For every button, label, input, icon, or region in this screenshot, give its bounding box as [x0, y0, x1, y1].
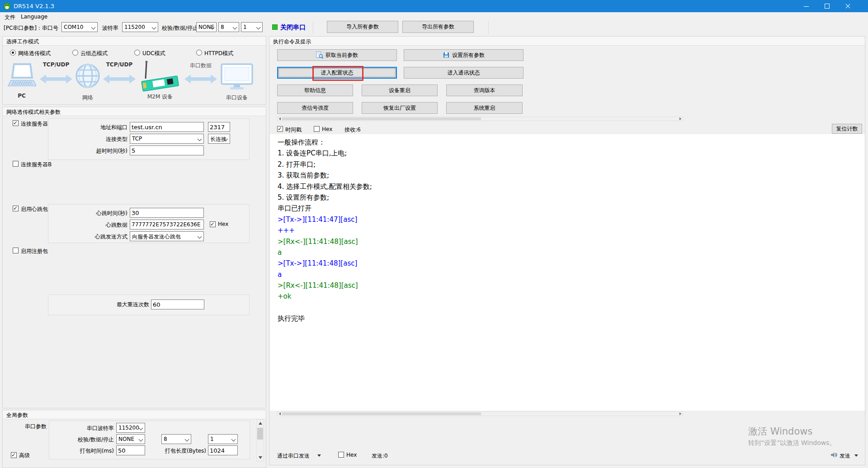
heartbeat-hex-label[interactable]: Hex — [218, 221, 228, 227]
set-params-button[interactable]: 设置所有参数 — [404, 49, 524, 61]
timestamp-label[interactable]: 时间戳 — [285, 126, 302, 134]
log-area[interactable]: 一般操作流程：1. 设备连PC串口,上电;2. 打开串口;3. 获取当前参数;4… — [270, 134, 865, 411]
heartbeat-time-input[interactable] — [130, 208, 204, 218]
scroll-down-icon[interactable] — [259, 456, 262, 459]
heartbeat-data-label: 心跳数据 — [50, 221, 127, 229]
conn-type-select[interactable]: TCP — [130, 134, 204, 144]
log-hex-label[interactable]: Hex — [322, 126, 332, 132]
scroll-left-icon[interactable] — [279, 412, 281, 415]
double-arrow-icon — [184, 73, 217, 85]
global-baud-select[interactable]: 115200 — [116, 423, 145, 433]
serial-params-label: 串口参数 — [25, 423, 47, 431]
register-label[interactable]: 启用注册包 — [21, 248, 48, 255]
stopbits-select[interactable]: 1 — [241, 22, 263, 32]
query-version-label: 查询版本 — [474, 87, 495, 94]
radio-net-passthrough-label[interactable]: 网络透传模式 — [18, 50, 51, 57]
pack-len-label: 打包长度(Bytes) — [149, 447, 206, 455]
scrollbar-thumb[interactable] — [282, 412, 481, 415]
chevron-down-icon — [152, 25, 156, 30]
timestamp-checkbox[interactable] — [277, 126, 283, 132]
factory-reset-label: 恢复出厂设置 — [383, 104, 416, 112]
chevron-down-icon — [198, 137, 202, 141]
server-a-checkbox[interactable] — [13, 120, 19, 126]
log-line: a — [270, 247, 865, 258]
scrollbar-thumb[interactable] — [257, 428, 263, 440]
send-mode-dropdown[interactable]: 通过串口发送 — [277, 452, 310, 460]
import-params-button[interactable]: 导入所有参数 — [327, 21, 398, 33]
global-databits-select[interactable]: 8 — [161, 434, 191, 444]
advanced-label[interactable]: 高级 — [19, 452, 30, 459]
heartbeat-hex-checkbox[interactable] — [210, 221, 216, 227]
global-stopbits-select[interactable]: 1 — [208, 434, 238, 444]
close-button[interactable] — [837, 0, 858, 12]
server-a-label[interactable]: 连接服务器A — [21, 120, 52, 128]
device-reboot-button[interactable]: 设备重启 — [362, 84, 438, 96]
speaker-icon — [830, 451, 837, 459]
server-b-checkbox[interactable] — [13, 161, 19, 167]
system-reboot-button[interactable]: 系统重启 — [446, 102, 523, 114]
heartbeat-mode-select[interactable]: 向服务器发送心跳包 — [130, 231, 204, 241]
close-serial-button[interactable]: 关闭串口 — [280, 23, 306, 32]
reconnect-input[interactable] — [151, 300, 204, 309]
pack-len-input[interactable] — [208, 445, 238, 455]
query-signal-button[interactable]: 查信号强度 — [277, 102, 353, 114]
com-port-select[interactable]: COM10 — [61, 22, 98, 32]
log-h-scrollbar-top[interactable] — [277, 117, 683, 121]
heartbeat-label[interactable]: 启用心跳包 — [21, 206, 48, 213]
scrollbar-thumb[interactable] — [282, 117, 481, 120]
maximize-button[interactable] — [816, 0, 837, 12]
enter-config-button[interactable]: 进入配置状态 — [277, 67, 397, 79]
global-parity-label: 校验/数据/停止 — [54, 436, 114, 444]
dropdown-caret-icon[interactable] — [317, 454, 321, 457]
reset-count-button[interactable]: 复位计数 — [832, 124, 862, 134]
export-params-button[interactable]: 导出所有参数 — [402, 21, 474, 33]
toolbar: [PC串口参数]：串口号 COM10 波特率 115200 校验/数据/停止 N… — [0, 21, 868, 35]
chevron-down-icon — [231, 437, 236, 442]
left-panel-scrollbar[interactable] — [256, 419, 264, 462]
send-hex-label[interactable]: Hex — [346, 452, 357, 458]
scroll-right-icon[interactable] — [679, 412, 681, 415]
m2m-device-icon — [138, 60, 182, 92]
global-parity-select[interactable]: NONE — [116, 434, 145, 444]
keepalive-select[interactable]: 长连接 — [208, 134, 230, 144]
radio-net-passthrough[interactable] — [10, 50, 16, 56]
parity-label: 校验/数据/停止 — [162, 24, 198, 32]
get-params-button[interactable]: 获取当前参数 — [277, 49, 397, 61]
menu-file[interactable]: 文件 — [5, 14, 15, 21]
baud-select[interactable]: 115200 — [122, 22, 158, 32]
log-line: 1. 设备连PC串口,上电; — [270, 148, 865, 159]
enter-comm-button[interactable]: 进入通讯状态 — [404, 67, 524, 79]
server-b-label[interactable]: 连接服务器B — [21, 161, 52, 168]
radio-httpd-mode[interactable] — [196, 50, 202, 56]
pack-time-input[interactable] — [116, 445, 145, 455]
log-line: 一般操作流程： — [270, 137, 865, 148]
log-h-scrollbar-bottom[interactable] — [277, 412, 683, 416]
scroll-up-icon[interactable] — [259, 422, 262, 425]
radio-cloud-config[interactable] — [72, 50, 78, 56]
radio-httpd-mode-label[interactable]: HTTPD模式 — [204, 50, 233, 57]
send-dropdown-caret-icon[interactable] — [854, 454, 858, 457]
heartbeat-data-input[interactable] — [130, 220, 204, 229]
log-hex-checkbox[interactable] — [314, 126, 320, 132]
send-hex-checkbox[interactable] — [338, 452, 344, 458]
factory-reset-button[interactable]: 恢复出厂设置 — [362, 102, 438, 114]
scroll-right-icon[interactable] — [679, 117, 681, 120]
databits-select[interactable]: 8 — [218, 22, 239, 32]
radio-cloud-config-label[interactable]: 云组态模式 — [80, 50, 108, 57]
register-checkbox[interactable] — [13, 248, 19, 253]
parity-select[interactable]: NONE — [196, 22, 217, 32]
server-a-port-input[interactable] — [208, 122, 230, 132]
radio-udc-mode[interactable] — [134, 50, 140, 56]
radio-udc-mode-label[interactable]: UDC模式 — [142, 50, 165, 57]
help-button[interactable]: 帮助信息 — [277, 84, 353, 96]
menu-language[interactable]: Language — [21, 14, 47, 20]
advanced-checkbox[interactable] — [11, 452, 17, 458]
minimize-button[interactable] — [796, 0, 816, 12]
command-panel-header: 执行命令及提示 — [269, 37, 865, 46]
heartbeat-checkbox[interactable] — [13, 206, 19, 211]
query-version-button[interactable]: 查询版本 — [446, 84, 523, 96]
scroll-left-icon[interactable] — [279, 117, 281, 120]
server-a-address-input[interactable] — [130, 122, 204, 132]
send-button[interactable]: 发送 — [840, 452, 850, 460]
timeout-input[interactable] — [130, 145, 204, 155]
